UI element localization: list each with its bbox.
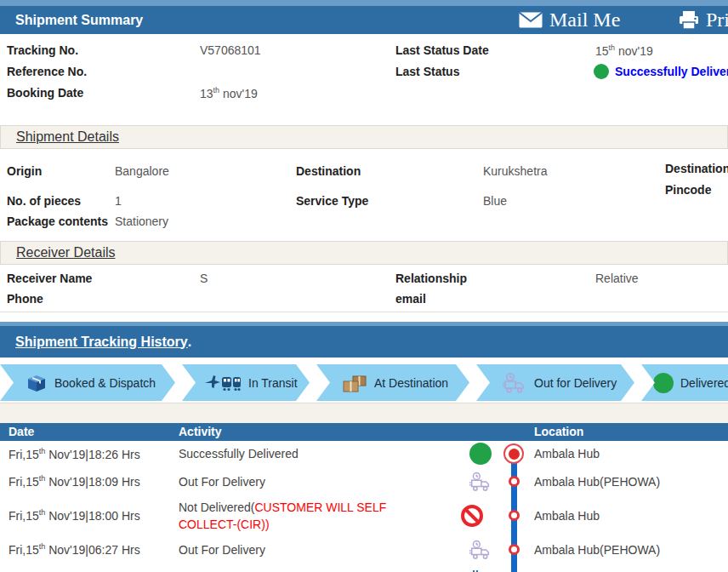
email-label: email <box>395 292 426 306</box>
tracking-history-header: Shipment Tracking History . <box>0 326 728 358</box>
service-type-label: Service Type <box>296 194 368 208</box>
row-location: Ambala Hub(PEHOWA) <box>526 543 728 557</box>
table-row: Fri,15th Nov'19|18:09 Hrs Out For Delive… <box>0 466 728 496</box>
progress-step-delivered: Delivered <box>641 364 728 401</box>
col-header-location: Location <box>534 425 583 438</box>
destination-label: Destination <box>296 164 361 178</box>
relationship-value: Relative <box>595 272 639 285</box>
origin-label: Origin <box>7 164 42 178</box>
receiver-details-header: Receiver Details <box>0 241 728 265</box>
col-header-date: Date <box>9 425 34 438</box>
row-activity: Out For Delivery <box>179 541 459 558</box>
green-dot-icon <box>653 373 674 393</box>
row-activity: Successfully Delivered <box>179 445 459 462</box>
reference-no-label: Reference No. <box>7 65 87 78</box>
tracking-history-title[interactable]: Shipment Tracking History <box>15 335 188 350</box>
timeline-marker-current <box>502 443 526 464</box>
not-delivered-icon <box>442 504 502 528</box>
shipment-tracking-page: Shipment Summary Mail Me Print Tracking … <box>0 0 728 572</box>
print-button[interactable]: Print <box>679 6 728 34</box>
row-activity: Not Delivered(CUSTOMER WILL SELF COLLECT… <box>179 499 442 533</box>
package-contents-label: Package contents <box>7 214 108 228</box>
delivered-dot-icon <box>459 443 502 465</box>
row-date: Fri,15th Nov'19|18:00 Hrs <box>0 508 179 523</box>
row-date: Fri,15th Nov'19|18:26 Hrs <box>0 447 179 461</box>
scooter-clock-icon <box>502 372 527 394</box>
progress-step-at-destination: At Destination <box>316 364 469 401</box>
package-contents-value: Stationery <box>115 214 168 228</box>
pieces-value: 1 <box>115 194 122 208</box>
package-icon <box>26 373 48 393</box>
scooter-clock-icon <box>459 471 502 493</box>
progress-step-label: Out for Delivery <box>534 376 617 390</box>
table-top-strip <box>0 403 728 423</box>
boxes-icon <box>342 373 367 393</box>
progress-step-label: Delivered <box>680 376 728 390</box>
print-icon <box>679 11 699 30</box>
page-title: Shipment Summary <box>15 13 143 28</box>
timeline-marker <box>502 476 526 487</box>
progress-step-label: Booked & Dispatch <box>54 376 156 390</box>
row-location: Ambala Hub(PEHOWA) <box>526 475 728 489</box>
last-status-green-dot-icon <box>594 64 609 79</box>
shipment-details-title[interactable]: Shipment Details <box>16 129 119 145</box>
origin-value: Bangalore <box>115 164 169 178</box>
col-header-activity: Activity <box>179 425 222 438</box>
pieces-label: No. of pieces <box>7 194 81 208</box>
scooter-clock-icon <box>459 539 502 561</box>
table-row: Fri,15th Nov'19|06:26 Hrs Received At Hu… <box>0 564 728 572</box>
row-date: Fri,15th Nov'19|18:09 Hrs <box>0 474 179 489</box>
phone-label: Phone <box>7 292 43 306</box>
row-activity: Out For Delivery <box>179 473 459 490</box>
row-date: Fri,15th Nov'19|06:27 Hrs <box>0 542 179 557</box>
table-row: Fri,15th Nov'19|18:00 Hrs Not Delivered(… <box>0 496 728 535</box>
progress-step-in-transit: In Transit <box>182 364 310 401</box>
destination-pincode-label: Destination Pincode <box>665 158 728 201</box>
row-location: Ambala Hub <box>526 509 728 523</box>
tracking-history-title-period: . <box>188 335 191 350</box>
transit-plane-train-icon <box>204 374 242 392</box>
progress-step-label: At Destination <box>374 376 448 390</box>
print-label: Print <box>706 9 728 31</box>
history-table-body: Fri,15th Nov'19|18:26 Hrs Successfully D… <box>0 441 728 572</box>
receiver-details-title[interactable]: Receiver Details <box>16 245 115 260</box>
progress-step-booked: Booked & Dispatch <box>0 364 175 401</box>
history-table-header: Date Activity Location <box>0 423 728 441</box>
last-status-value[interactable]: Successfully Delivered <box>615 65 728 78</box>
table-row: Fri,15th Nov'19|06:27 Hrs Out For Delive… <box>0 535 728 564</box>
relationship-label: Relationship <box>395 272 467 285</box>
booking-date-label: Booking Date <box>7 86 83 100</box>
receiver-section-divider <box>0 312 728 312</box>
progress-step-out-for-delivery: Out for Delivery <box>476 364 634 401</box>
table-row: Fri,15th Nov'19|18:26 Hrs Successfully D… <box>0 441 728 466</box>
last-status-date-label: Last Status Date <box>395 43 489 57</box>
progress-step-label: In Transit <box>248 376 298 390</box>
shipment-details-header: Shipment Details <box>0 125 728 149</box>
service-type-value: Blue <box>483 194 507 208</box>
receiver-name-label: Receiver Name <box>7 272 92 285</box>
receiver-name-value: S <box>200 272 208 285</box>
timeline-marker <box>502 510 526 521</box>
last-status-label: Last Status <box>395 65 459 78</box>
mail-icon <box>519 12 543 28</box>
mail-me-button[interactable]: Mail Me <box>519 6 620 34</box>
shipment-summary-header: Shipment Summary Mail Me Print <box>0 6 728 34</box>
row-location: Ambala Hub <box>526 447 728 460</box>
tracking-no-value: V57068101 <box>200 43 261 57</box>
header-top-strip <box>0 0 728 6</box>
tracking-no-label: Tracking No. <box>7 43 78 57</box>
mail-me-label: Mail Me <box>549 9 620 31</box>
booking-date-value: 13th nov'19 <box>200 86 258 100</box>
last-status-date-value: 15th nov'19 <box>595 43 653 58</box>
destination-value: Kurukshetra <box>483 164 547 178</box>
hub-icon <box>459 569 502 572</box>
timeline-marker <box>502 544 526 555</box>
